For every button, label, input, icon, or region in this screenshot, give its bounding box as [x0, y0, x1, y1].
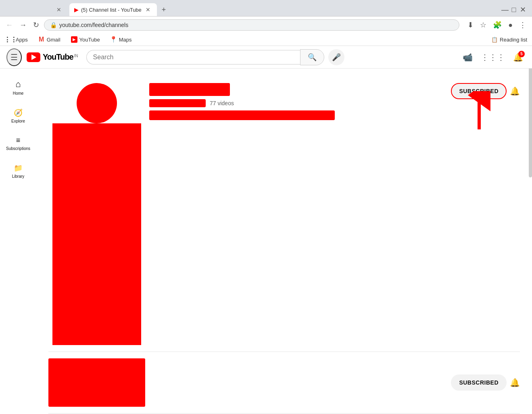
bookmarks-bar: ⋮⋮ Apps M Gmail ▶ YouTube 📍 Maps 📋 Readi… — [0, 33, 532, 46]
channel-1-left-col — [48, 83, 145, 345]
reading-list[interactable]: 📋 Reading list — [491, 37, 527, 43]
maximize-button[interactable]: □ — [511, 7, 517, 12]
new-tab-button[interactable]: + — [159, 4, 169, 16]
create-video-button[interactable]: 📹 — [460, 50, 475, 64]
youtube-favicon: ▶ — [71, 36, 77, 43]
bookmark-maps-label: Maps — [119, 37, 132, 43]
channel-1-name-bar — [149, 83, 230, 96]
apps-grid-button[interactable]: ⋮⋮⋮ — [478, 50, 507, 64]
youtube-play-triangle — [31, 54, 36, 60]
channel-2-left-col — [48, 358, 145, 407]
channel-2-thumb — [48, 358, 145, 407]
channel-1-tall-rect — [52, 123, 141, 345]
grid-icon: ⋮⋮⋮ — [481, 52, 505, 62]
minimize-button[interactable]: — — [502, 7, 508, 12]
channel-1-subscribe-button[interactable]: SUBSCRIBED — [451, 83, 507, 99]
sidebar-item-subscriptions[interactable]: ≡ Subscriptions — [2, 130, 34, 157]
channel-1-avatar-circle — [77, 83, 117, 123]
channel-2-bell-icon[interactable]: 🔔 — [510, 378, 520, 387]
youtube-logo-text: YouTube — [43, 52, 73, 62]
sidebar-item-library[interactable]: 📁 Library — [2, 157, 34, 185]
window-controls: — □ ✕ — [499, 7, 529, 12]
channel-1-video-count: 77 videos — [210, 100, 234, 106]
channel-2-subscribe-button[interactable]: SUBSCRIBED — [451, 374, 507, 391]
apps-favicon: ⋮⋮ — [7, 36, 14, 43]
channel-1-subscribe-area: SUBSCRIBED 🔔 — [451, 83, 520, 99]
channel-1-bell-icon[interactable]: 🔔 — [510, 86, 520, 96]
bookmark-maps[interactable]: 📍 Maps — [108, 35, 134, 44]
browser-titlebar: ✕ ▶ (5) Channel list - YouTube ✕ + — □ ✕ — [0, 0, 532, 16]
gmail-favicon: M — [38, 36, 45, 43]
toolbar-right: ⬇ ☆ 🧩 ● ⋮ — [466, 19, 528, 31]
tab-close-empty[interactable]: ✕ — [55, 6, 63, 14]
sidebar-subscriptions-label: Subscriptions — [6, 146, 30, 151]
scrollbar[interactable] — [529, 56, 532, 177]
channel-1-desc-bar — [149, 110, 335, 120]
voice-search-button[interactable]: 🎤 — [328, 49, 344, 65]
url-bar[interactable]: 🔒 youtube.com/feed/channels — [44, 19, 459, 31]
sidebar-home-label: Home — [13, 91, 24, 96]
bookmark-youtube-label: YouTube — [79, 37, 100, 43]
youtube-header: ☰ YouTube IN 🔍 🎤 📹 ⋮⋮⋮ — [0, 46, 532, 69]
profile-icon[interactable]: ● — [507, 19, 514, 31]
sidebar-item-home[interactable]: ⌂ Home — [2, 73, 34, 102]
explore-icon: 🧭 — [14, 108, 23, 117]
tab-youtube[interactable]: ▶ (5) Channel list - YouTube ✕ — [69, 3, 157, 16]
notifications-button[interactable]: 🔔 5 — [511, 50, 526, 64]
tab-youtube-title: (5) Channel list - YouTube — [81, 7, 142, 13]
star-icon[interactable]: ☆ — [478, 19, 488, 31]
home-icon: ⌂ — [15, 79, 21, 89]
bookmark-youtube[interactable]: ▶ YouTube — [69, 35, 102, 44]
forward-button[interactable]: → — [18, 19, 28, 31]
lock-icon: 🔒 — [50, 22, 57, 28]
reading-list-label: Reading list — [500, 37, 527, 43]
bookmark-gmail-label: Gmail — [47, 37, 61, 43]
sidebar-item-explore[interactable]: 🧭 Explore — [2, 102, 34, 130]
download-icon[interactable]: ⬇ — [466, 19, 475, 31]
youtube-app: ☰ YouTube IN 🔍 🎤 📹 ⋮⋮⋮ — [0, 46, 532, 414]
channel-1-sub-bar — [149, 99, 206, 107]
channel-list-main: 77 videos SUBSCRIBED 🔔 — [36, 69, 532, 414]
tab-yt-favicon: ▶ — [74, 6, 79, 13]
browser-toolbar: ← → ↻ 🔒 youtube.com/feed/channels ⬇ ☆ 🧩 … — [0, 16, 532, 33]
url-text: youtube.com/feed/channels — [59, 22, 128, 28]
bookmark-gmail[interactable]: M Gmail — [36, 35, 63, 44]
search-input[interactable] — [86, 50, 300, 64]
tab-empty[interactable]: ✕ — [3, 3, 68, 16]
channel-row-2: SUBSCRIBED 🔔 — [48, 352, 520, 414]
notification-badge: 5 — [518, 51, 525, 57]
reading-list-icon: 📋 — [491, 37, 498, 43]
youtube-body: ⌂ Home 🧭 Explore ≡ Subscriptions 📁 Libra… — [0, 69, 532, 414]
channel-1-info: 77 videos — [145, 83, 451, 120]
channel-1-sub-row: 77 videos — [149, 99, 451, 107]
youtube-logo-icon — [27, 52, 40, 62]
channel-2-subscribe-area: SUBSCRIBED 🔔 — [451, 374, 520, 391]
bookmark-apps-label: Apps — [16, 37, 28, 43]
sidebar-library-label: Library — [12, 174, 25, 179]
tab-empty-title — [8, 6, 13, 13]
youtube-logo[interactable]: YouTube IN — [27, 52, 78, 62]
youtube-logo-country: IN — [74, 54, 78, 58]
header-right: 📹 ⋮⋮⋮ 🔔 5 — [460, 50, 526, 64]
browser-frame: ✕ ▶ (5) Channel list - YouTube ✕ + — □ ✕… — [0, 0, 532, 414]
search-container: 🔍 🎤 — [86, 49, 344, 65]
search-button[interactable]: 🔍 — [300, 49, 324, 65]
extension-icon[interactable]: 🧩 — [491, 19, 503, 31]
bookmark-apps[interactable]: ⋮⋮ Apps — [5, 35, 30, 44]
close-button[interactable]: ✕ — [520, 7, 526, 12]
tab-close-youtube[interactable]: ✕ — [144, 6, 152, 14]
sidebar: ⌂ Home 🧭 Explore ≡ Subscriptions 📁 Libra… — [0, 69, 36, 414]
maps-favicon: 📍 — [111, 36, 117, 43]
back-button[interactable]: ← — [4, 19, 15, 31]
channel-row-1: 77 videos SUBSCRIBED 🔔 — [48, 77, 520, 352]
reload-button[interactable]: ↻ — [31, 19, 41, 31]
menu-icon[interactable]: ⋮ — [517, 19, 528, 31]
hamburger-menu-button[interactable]: ☰ — [6, 48, 22, 66]
video-camera-icon: 📹 — [463, 52, 473, 62]
sidebar-explore-label: Explore — [11, 119, 25, 123]
library-icon: 📁 — [14, 164, 23, 173]
subscriptions-icon: ≡ — [16, 136, 21, 145]
